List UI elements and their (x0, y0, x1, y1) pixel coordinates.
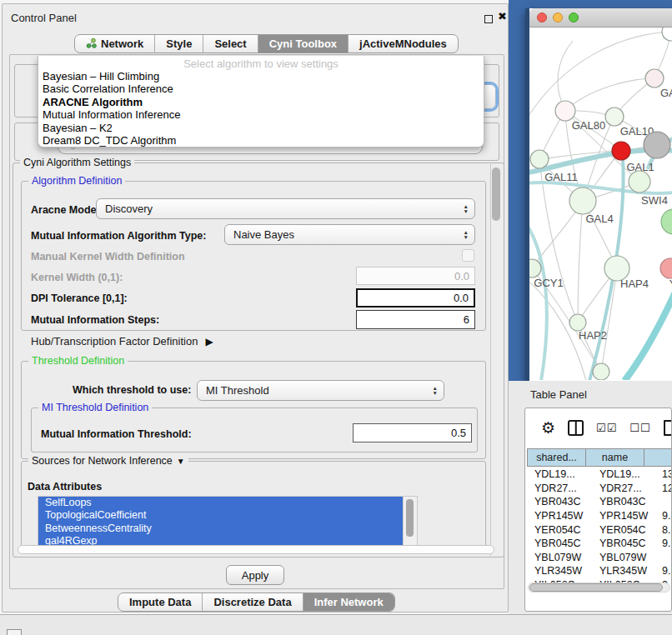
column-header[interactable]: shared... (527, 448, 586, 467)
network-node[interactable] (530, 150, 549, 168)
tab-style[interactable]: Style (155, 35, 203, 52)
algorithm-definition-title: Algorithm Definition (28, 175, 125, 187)
column-header[interactable] (644, 448, 672, 467)
close-traffic-light[interactable] (537, 12, 547, 22)
network-node[interactable] (660, 258, 672, 278)
table-panel-title: Table Panel (530, 388, 587, 401)
close-icon[interactable]: ✖ (498, 10, 507, 22)
kernel-width-field[interactable]: 0.0 (356, 267, 475, 285)
settings-scrollbar-track[interactable] (490, 164, 503, 556)
tab-select[interactable]: Select (203, 35, 258, 52)
document-icon[interactable] (664, 420, 672, 436)
table-cell: YLR345W (592, 565, 657, 577)
network-node-label: HAP2 (579, 329, 607, 342)
aracne-mode-label: Aracne Mode: (31, 204, 100, 216)
minimize-traffic-light[interactable] (553, 12, 563, 22)
gear-icon[interactable]: ⚙ (541, 420, 555, 436)
table-cell: YBR045C (592, 538, 657, 549)
algorithm-option[interactable]: Dream8 DC_TDC Algorithm (38, 134, 484, 147)
kernel-width-label: Kernel Width (0,1): (31, 272, 123, 283)
algorithm-option[interactable]: Mutual Information Inference (38, 108, 484, 121)
mi-steps-field[interactable]: 6 (356, 310, 475, 329)
grid-mini-icon[interactable] (7, 629, 22, 635)
network-node[interactable] (645, 69, 664, 88)
tab-label: Infer Network (314, 596, 384, 608)
mi-type-select[interactable]: Naive Bayes ▲▼ (224, 224, 475, 245)
network-node-label: Y (669, 278, 672, 290)
table-row[interactable]: YBR043CYBR043C (527, 495, 672, 509)
table-cell: YLR345W (527, 565, 592, 577)
table-cell: 9. (657, 538, 672, 549)
data-attribute-item[interactable]: SelfLoops (38, 497, 403, 509)
manual-kernel-checkbox[interactable] (462, 249, 474, 262)
control-panel-tabs: Network Style Select Cyni Toolbox jActiv… (74, 34, 459, 53)
tab-cyni-toolbox[interactable]: Cyni Toolbox (258, 35, 349, 52)
table-toolbar: ⚙ ☑☑ ☐☐ (525, 408, 671, 447)
tab-discretize-data[interactable]: Discretize Data (203, 593, 303, 611)
table-row[interactable]: YDR27...YDR27...12 (527, 482, 672, 496)
algorithm-option[interactable]: Basic Correlation Inference (38, 82, 484, 95)
network-node[interactable] (569, 188, 596, 214)
sources-group-title[interactable]: Sources for Network Inference▼ (28, 455, 188, 467)
dpi-tolerance-field[interactable]: 0.0 (356, 288, 475, 308)
hub-definition-toggle[interactable]: Hub/Transcription Factor Definition▶ (31, 335, 213, 348)
column-header[interactable]: name (585, 448, 644, 467)
table-row[interactable]: YDL19...YDL19...13 (527, 468, 672, 482)
mi-threshold-field[interactable]: 0.5 (353, 423, 472, 442)
table-row[interactable]: YPR145WYPR145W9. (527, 509, 672, 523)
which-threshold-select[interactable]: MI Threshold ▲▼ (197, 380, 444, 401)
mi-threshold-group-title: MI Threshold Definition (38, 402, 152, 413)
table-row[interactable]: YLR345WYLR345W9. (527, 564, 672, 578)
tab-network[interactable]: Network (75, 35, 155, 52)
network-node[interactable] (662, 28, 672, 41)
network-node[interactable] (555, 101, 575, 121)
table-cell: YBR045C (527, 538, 592, 549)
zoom-traffic-light[interactable] (569, 12, 579, 22)
table-row[interactable]: YBL079WYBL079W (527, 551, 672, 565)
algorithm-option[interactable]: Bayesian – Hill Climbing (38, 70, 484, 82)
algorithm-option[interactable]: ARACNE Algorithm (38, 96, 484, 108)
tab-infer-network[interactable]: Infer Network (303, 593, 394, 611)
network-window-titlebar[interactable] (529, 8, 672, 28)
mi-steps-label: Mutual Information Steps: (31, 314, 159, 326)
algorithm-option[interactable]: Bayesian – K2 (38, 122, 484, 134)
network-node[interactable] (629, 171, 650, 192)
select-all-checkboxes-icon[interactable]: ☑☑ (596, 422, 617, 434)
network-node[interactable] (569, 314, 586, 331)
deselect-all-checkboxes-icon[interactable]: ☐☐ (629, 422, 650, 434)
network-node[interactable] (529, 259, 541, 278)
expanded-arrow-icon: ▼ (177, 457, 185, 466)
table-row[interactable]: YBR045CYBR045C9. (527, 537, 672, 551)
attributes-scrollbar-thumb[interactable] (406, 499, 414, 537)
table-panel: ⚙ ☑☑ ☐☐ shared... name YDL19...YDL19...1… (524, 408, 672, 612)
mi-type-value: Naive Bayes (233, 228, 294, 241)
float-window-icon[interactable] (484, 15, 493, 23)
tab-jactivemnodules[interactable]: jActiveMNodules (349, 35, 458, 52)
data-attribute-item[interactable]: BetweennessCentrality (38, 522, 403, 535)
network-canvas[interactable]: GALGAL80GAL10GAL1GAL11SWI4GAL4GCY1HAP4YH… (529, 28, 672, 380)
network-node-label: HAP4 (620, 278, 649, 290)
table-body: YDL19...YDL19...13YDR27...YDR27...12YBR0… (527, 468, 672, 592)
combo-arrows-icon: ▲▼ (464, 230, 474, 239)
table-row[interactable]: YER054CYER054C8. (527, 522, 672, 537)
network-node[interactable] (605, 108, 624, 126)
tab-impute-data[interactable]: Impute Data (118, 593, 203, 611)
combo-arrows-icon: ▲▼ (433, 386, 444, 395)
apply-button[interactable]: Apply (226, 565, 284, 585)
network-node[interactable] (612, 142, 630, 160)
network-icon (86, 38, 97, 51)
tab-label: Network (101, 38, 143, 50)
table-cell: YDL19... (592, 468, 657, 480)
data-attribute-item[interactable]: TopologicalCoefficient (38, 509, 403, 522)
network-node-label: GAL11 (544, 171, 578, 183)
settings-scrollbar-thumb[interactable] (492, 168, 500, 221)
columns-icon[interactable] (568, 420, 584, 436)
table-horizontal-scrollbar-thumb[interactable] (529, 583, 663, 592)
settings-horizontal-scrollbar[interactable] (18, 545, 494, 554)
table-cell: YDR27... (592, 482, 657, 494)
network-node[interactable] (661, 209, 672, 234)
network-node[interactable] (593, 363, 609, 380)
network-node[interactable] (644, 132, 670, 158)
network-node-label: GAL80 (572, 119, 605, 132)
aracne-mode-select[interactable]: Discovery ▲▼ (96, 198, 475, 219)
